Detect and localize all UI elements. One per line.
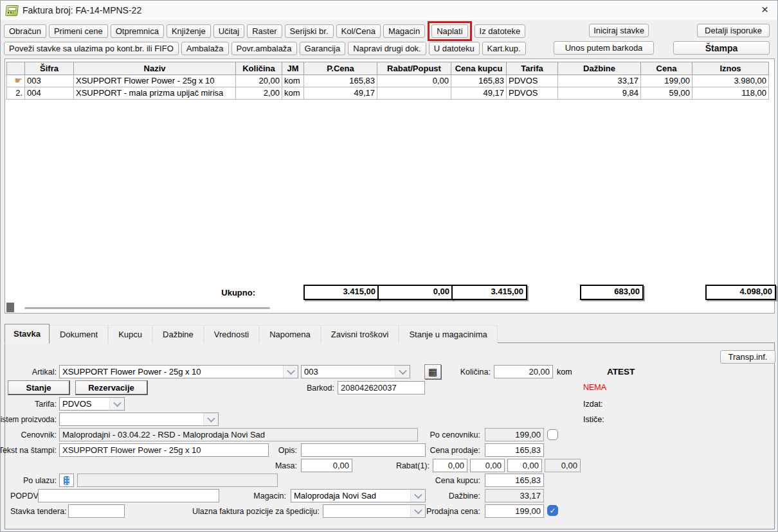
cena-kupcu-input[interactable] bbox=[485, 474, 544, 487]
popdv-input[interactable] bbox=[38, 489, 219, 502]
btn-detalji-isporuke[interactable]: Detalji isporuke bbox=[697, 24, 770, 37]
cell-pcena[interactable]: 165,83 bbox=[304, 75, 377, 87]
stavka-tendera-input[interactable] bbox=[68, 504, 125, 518]
cell-sifra[interactable]: 003 bbox=[25, 75, 74, 87]
cell-kolicina[interactable]: 20,00 bbox=[236, 75, 282, 87]
rabat-input-1[interactable] bbox=[433, 459, 467, 472]
cell-cena-kupcu[interactable]: 49,17 bbox=[451, 87, 507, 100]
cell-naziv[interactable]: XSUPPORT - mala prizma upijač mirisa bbox=[74, 87, 236, 100]
cell-iznos[interactable]: 118,00 bbox=[692, 87, 769, 100]
horizontal-scrollbar-track[interactable] bbox=[24, 307, 270, 309]
cena-prodaje-label: Cena prodaje: bbox=[430, 446, 480, 455]
opis-input[interactable] bbox=[301, 443, 426, 457]
btn-transp-inf[interactable]: Transp.inf. bbox=[720, 350, 775, 364]
po-cenovniku-checkbox[interactable] bbox=[547, 429, 558, 440]
btn-povezi-stavke[interactable]: Poveži stavke sa ulazima po kont.br. ili… bbox=[4, 42, 179, 55]
po-cenovniku-label: Po cenovniku: bbox=[430, 430, 480, 439]
cell-kolicina[interactable]: 2,00 bbox=[236, 87, 282, 100]
barkod-input[interactable] bbox=[338, 381, 425, 395]
cell-tarifa[interactable]: PDVOS bbox=[507, 75, 558, 87]
sistem-proizvoda-combo[interactable] bbox=[59, 412, 219, 426]
prodajna-cena-input[interactable] bbox=[485, 504, 544, 518]
btn-stanje[interactable]: Stanje bbox=[8, 380, 70, 395]
po-ulazu-grid-button[interactable] bbox=[59, 474, 74, 487]
btn-primeni-cene[interactable]: Primeni cene bbox=[49, 24, 108, 38]
rabat-input-3[interactable] bbox=[507, 459, 542, 472]
cell-jm[interactable]: kom bbox=[282, 87, 304, 100]
toolbar-row-1: Obračun Primeni cene Otpremnica Knjiženj… bbox=[1, 22, 777, 40]
btn-unos-putem-barkoda[interactable]: Unos putem barkoda bbox=[554, 41, 654, 55]
tab-kupcu[interactable]: Kupcu bbox=[108, 325, 152, 343]
total-pcena: 3.415,00 bbox=[303, 285, 379, 300]
btn-magacin[interactable]: Magacin bbox=[383, 24, 425, 38]
tab-zavisni-troskovi[interactable]: Zavisni troškovi bbox=[321, 325, 399, 343]
chevron-down-icon[interactable] bbox=[395, 366, 410, 378]
naplati-highlight-box: Naplati bbox=[428, 21, 471, 41]
chevron-down-icon[interactable] bbox=[283, 366, 298, 378]
cell-jm[interactable]: kom bbox=[282, 75, 304, 87]
prodajna-cena-checkbox[interactable] bbox=[547, 505, 558, 516]
masa-input[interactable] bbox=[301, 459, 352, 472]
cell-cena[interactable]: 59,00 bbox=[641, 87, 692, 100]
btn-napravi-drugi-dok[interactable]: Napravi drugi dok. bbox=[348, 42, 426, 55]
magacin-combo[interactable]: Maloprodaja Novi Sad bbox=[291, 489, 426, 502]
atest-status-text: NEMA bbox=[583, 383, 606, 392]
total-rabat: 0,00 bbox=[377, 285, 453, 300]
chevron-down-icon[interactable] bbox=[410, 505, 425, 517]
btn-ambalaza[interactable]: Ambalaža bbox=[181, 42, 229, 55]
chevron-down-icon[interactable] bbox=[109, 398, 124, 410]
btn-u-datoteku[interactable]: U datoteku bbox=[429, 42, 480, 55]
btn-serijski-br[interactable]: Serijski br. bbox=[285, 24, 334, 38]
cell-dazbine[interactable]: 33,17 bbox=[558, 75, 641, 87]
btn-garancija[interactable]: Garancija bbox=[300, 42, 346, 55]
btn-iniciraj-stavke[interactable]: Iniciraj stavke bbox=[589, 24, 649, 37]
artikal-label: Artikal: bbox=[32, 368, 57, 377]
btn-naplati[interactable]: Naplati bbox=[431, 24, 467, 38]
btn-kol-cena[interactable]: Kol/Cena bbox=[336, 24, 381, 38]
cell-dazbine[interactable]: 9,84 bbox=[558, 87, 641, 100]
tab-napomena[interactable]: Napomena bbox=[259, 325, 321, 343]
tab-dazbine[interactable]: Dažbine bbox=[152, 325, 204, 343]
btn-raster[interactable]: Raster bbox=[247, 24, 282, 38]
cell-tarifa[interactable]: PDVOS bbox=[507, 87, 558, 100]
tekst-na-stampi-input[interactable] bbox=[59, 443, 269, 457]
btn-ucitaj[interactable]: Učitaj bbox=[213, 24, 245, 38]
cell-naziv[interactable]: XSUPPORT Flower Power - 25g x 10 bbox=[74, 75, 236, 87]
tab-stavka[interactable]: Stavka bbox=[5, 324, 50, 344]
close-icon[interactable]: × bbox=[761, 3, 768, 16]
cell-iznos[interactable]: 3.980,00 bbox=[692, 75, 769, 87]
window-title: Faktura broj: FA-14-MPNS-22 bbox=[23, 5, 141, 15]
rabat-input-2[interactable] bbox=[470, 459, 505, 472]
cell-rabat[interactable]: 0,00 bbox=[377, 75, 451, 87]
btn-rezervacije[interactable]: Rezervacije bbox=[75, 380, 148, 395]
cena-prodaje-input[interactable] bbox=[485, 443, 544, 457]
kolicina-input[interactable] bbox=[494, 365, 553, 378]
tekst-na-stampi-label: Tekst na štampi: bbox=[0, 446, 57, 455]
horizontal-scrollbar-thumb[interactable] bbox=[6, 303, 14, 312]
btn-obracun[interactable]: Obračun bbox=[4, 24, 46, 38]
btn-knjizenje[interactable]: Knjiženje bbox=[167, 24, 211, 38]
btn-iz-datoteke[interactable]: Iz datoteke bbox=[475, 24, 526, 38]
chevron-down-icon[interactable] bbox=[410, 490, 425, 502]
tab-dokument[interactable]: Dokument bbox=[50, 325, 108, 343]
ulazna-faktura-combo[interactable] bbox=[323, 504, 426, 518]
cell-rabat[interactable] bbox=[377, 87, 451, 100]
cell-cena[interactable]: 199,00 bbox=[641, 75, 692, 87]
artikal-code-combo[interactable]: 003 bbox=[301, 365, 410, 378]
artikal-grid-lookup-button[interactable]: ▦ bbox=[424, 364, 441, 379]
artikal-combo[interactable]: XSUPPORT Flower Power - 25g x 10 bbox=[59, 365, 298, 378]
btn-otpremnica[interactable]: Otpremnica bbox=[111, 24, 164, 38]
btn-stampa[interactable]: Štampa bbox=[673, 41, 770, 55]
cell-sifra[interactable]: 004 bbox=[25, 87, 74, 100]
cell-rownum[interactable]: 2. bbox=[6, 87, 25, 100]
tab-vrednosti[interactable]: Vrednosti bbox=[204, 325, 259, 343]
table-row-pointer[interactable]: ☛ bbox=[6, 75, 25, 87]
tab-stanje-u-magacinima[interactable]: Stanje u magacinima bbox=[399, 325, 497, 343]
btn-kart-kup[interactable]: Kart.kup. bbox=[482, 42, 526, 55]
ulazna-faktura-label: Ulazna faktura pozicije za špediciju: bbox=[192, 507, 320, 516]
cell-cena-kupcu[interactable]: 165,83 bbox=[451, 75, 507, 87]
cell-pcena[interactable]: 49,17 bbox=[304, 87, 377, 100]
tarifa-combo[interactable]: PDVOS bbox=[59, 397, 125, 411]
chevron-down-icon[interactable] bbox=[203, 413, 218, 425]
btn-povr-ambalaza[interactable]: Povr.ambalaža bbox=[231, 42, 297, 55]
